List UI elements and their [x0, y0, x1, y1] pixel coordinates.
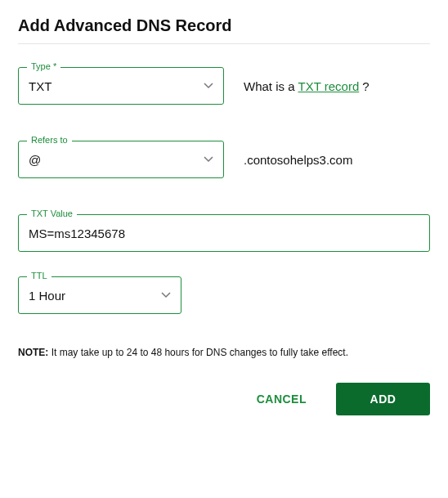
refers-to-select[interactable]: Refers to @ — [18, 141, 224, 178]
type-value: TXT — [29, 79, 204, 93]
ttl-select[interactable]: TTL 1 Hour — [18, 276, 181, 314]
txt-value-input[interactable] — [29, 227, 419, 240]
chevron-down-icon — [161, 292, 171, 298]
ttl-label: TTL — [27, 271, 52, 280]
type-select[interactable]: Type * TXT — [18, 67, 224, 105]
type-label: Type * — [27, 61, 60, 71]
row-ttl: TTL 1 Hour — [18, 276, 430, 314]
row-txt-value: TXT Value — [18, 214, 430, 252]
divider — [18, 43, 430, 44]
ttl-value: 1 Hour — [29, 289, 161, 303]
note-text: NOTE: It may take up to 24 to 48 hours f… — [18, 347, 430, 358]
type-help-suffix: ? — [362, 79, 369, 93]
note-body: It may take up to 24 to 48 hours for DNS… — [48, 347, 348, 358]
add-button[interactable]: ADD — [336, 383, 430, 415]
refers-to-value: @ — [29, 153, 204, 167]
refers-to-label: Refers to — [27, 135, 72, 145]
txt-value-label: TXT Value — [27, 209, 77, 218]
domain-suffix: .contosohelps3.com — [244, 153, 352, 167]
type-help-link[interactable]: TXT record — [298, 79, 360, 93]
chevron-down-icon — [204, 156, 213, 163]
chevron-down-icon — [204, 83, 213, 89]
note-strong: NOTE: — [18, 347, 48, 358]
cancel-button[interactable]: CANCEL — [252, 384, 311, 414]
txt-value-input-wrap[interactable]: TXT Value — [18, 214, 430, 252]
row-refers-to: Refers to @ .contosohelps3.com — [18, 141, 430, 178]
type-help-prefix: What is a — [244, 79, 295, 93]
dialog-actions: CANCEL ADD — [18, 383, 430, 415]
row-type: Type * TXT What is a TXT record ? — [18, 67, 430, 105]
dialog-title: Add Advanced DNS Record — [18, 16, 430, 35]
type-help: What is a TXT record ? — [244, 79, 370, 93]
